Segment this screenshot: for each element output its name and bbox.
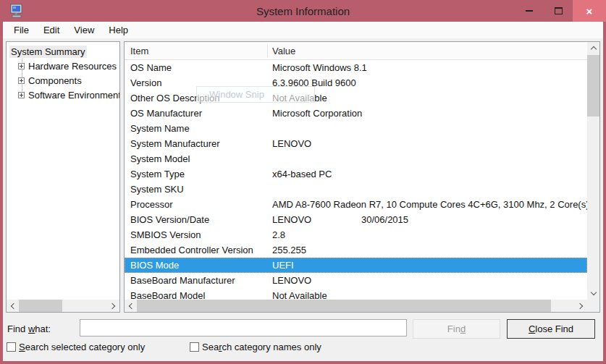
row-value-cell: 255.255 [272,242,587,258]
sidebar-item-label: Hardware Resources [28,61,117,72]
row-value-cell: UEFI [272,258,587,273]
system-information-window: System Information × File Edit View Help… [0,0,606,364]
table-header: Item Value [125,42,587,60]
find-what-label: Find what: [7,323,51,334]
checkbox-icon[interactable] [7,342,16,352]
row-value-cell: Microsoft Corporation [272,106,587,121]
scroll-down-button[interactable] [587,287,599,300]
row-value-cell: Not Available [272,90,587,106]
table-row[interactable]: System ManufacturerLENOVO [125,136,587,151]
row-value-cell: 6.3.9600 Build 9600 [272,75,587,90]
chevron-left-icon [11,302,17,308]
table-row[interactable]: SMBIOS Version2.8 [125,227,587,242]
table-row[interactable]: Version6.3.9600 Build 9600 [125,75,587,90]
tree-horizontal-scrollbar[interactable] [7,300,119,312]
menu-edit[interactable]: Edit [36,23,67,37]
title-bar[interactable]: System Information × [0,0,606,22]
row-item-cell: Embedded Controller Version [125,242,267,258]
expand-plus-icon[interactable] [18,77,25,84]
sidebar-item-label: Software Environment [28,90,119,101]
find-bar: Find what: Find Close Find Search select… [3,316,603,361]
row-item-cell: Other OS Description [125,90,267,106]
row-item-cell: System Type [125,166,267,182]
row-value-cell: LENOVO [272,273,587,288]
tree: System SummaryHardware ResourcesComponen… [7,42,119,300]
find-input[interactable] [80,319,407,337]
chevron-left-icon [129,302,135,308]
search-options-row: Search selected category only Search cat… [7,342,603,355]
table-row[interactable]: BIOS ModeUEFI [125,258,587,273]
sidebar-item[interactable]: Software Environment [7,88,119,102]
row-item-cell: Version [125,75,267,90]
sidebar-item[interactable]: System Summary [7,44,119,59]
table-vertical-scrollbar[interactable] [587,42,599,300]
window-border-right [603,22,606,364]
find-button[interactable]: Find [413,319,500,339]
search-category-names-checkbox[interactable]: Search category names only [190,342,321,352]
scroll-left-button[interactable] [125,300,137,312]
chevron-up-icon [590,46,596,52]
checkbox-icon[interactable] [190,342,199,352]
table-row[interactable]: BaseBoard ManufacturerLENOVO [125,273,587,288]
checkbox-label[interactable]: Search selected category only [19,342,145,352]
window-border-left [0,22,3,364]
scrollbar-thumb[interactable] [19,300,62,312]
minimize-button[interactable] [515,0,544,22]
menu-view[interactable]: View [67,23,101,37]
column-header-value[interactable]: Value [272,42,295,60]
row-item-cell: BIOS Version/Date [125,212,267,227]
scroll-right-button[interactable] [107,300,119,312]
menu-file[interactable]: File [7,23,36,37]
expand-plus-icon[interactable] [18,63,25,69]
expand-plus-icon[interactable] [18,92,25,98]
menu-bar: File Edit View Help [3,22,603,38]
minimize-icon [526,10,533,12]
table-row[interactable]: OS NameMicrosoft Windows 8.1 [125,60,587,75]
scroll-up-button[interactable] [587,42,599,54]
table-row[interactable]: Embedded Controller Version255.255 [125,242,587,258]
close-find-button[interactable]: Close Find [507,319,595,339]
scroll-left-button[interactable] [7,300,19,312]
chevron-right-icon [109,302,115,308]
maximize-button[interactable] [544,0,573,22]
column-divider[interactable] [267,44,268,57]
row-item-cell: SMBIOS Version [125,227,267,242]
table-horizontal-scrollbar[interactable] [125,300,587,312]
scrollbar-thumb[interactable] [587,55,599,117]
row-value-cell: Not Available [272,288,587,300]
row-value-cell: LENOVO30/06/2015 [272,212,587,227]
row-item-cell: BaseBoard Manufacturer [125,273,267,288]
table-row[interactable]: System Model [125,151,587,166]
table-row[interactable]: System Typex64-based PC [125,166,587,182]
close-button[interactable]: × [573,0,606,22]
chevron-down-icon [590,289,596,295]
maximize-icon [555,7,563,14]
sidebar-item-label: Components [28,75,82,86]
row-value-cell: LENOVO [272,136,587,151]
table-row[interactable]: System Name [125,121,587,136]
table-row[interactable]: BaseBoard ModelNot Available [125,288,587,300]
table-body: OS NameMicrosoft Windows 8.1Version6.3.9… [125,60,587,300]
table-row[interactable]: System SKU [125,182,587,197]
category-tree-pane: System SummaryHardware ResourcesComponen… [6,41,120,313]
sidebar-item[interactable]: Components [7,73,119,88]
scrollbar-thumb[interactable] [137,300,551,312]
checkbox-label[interactable]: Search category names only [202,342,321,352]
chevron-right-icon [577,302,583,308]
table-row[interactable]: BIOS Version/DateLENOVO30/06/2015 [125,212,587,227]
close-icon: × [586,5,593,17]
menu-help[interactable]: Help [101,23,135,37]
sidebar-item-label: System Summary [9,46,87,58]
search-selected-category-checkbox[interactable]: Search selected category only [7,342,145,352]
table-row[interactable]: OS ManufacturerMicrosoft Corporation [125,106,587,121]
row-item-cell: System Model [125,151,267,166]
table-row[interactable]: ProcessorAMD A8-7600 Radeon R7, 10 Compu… [125,197,587,212]
sidebar-item[interactable]: Hardware Resources [7,59,119,73]
table-row[interactable]: Other OS DescriptionNot Available [125,90,587,106]
row-item-cell: BIOS Mode [125,258,267,273]
row-value-cell: AMD A8-7600 Radeon R7, 10 Compute Cores … [272,197,587,212]
scrollbar-corner [587,300,599,312]
column-header-item[interactable]: Item [130,42,148,60]
row-item-cell: OS Name [125,60,267,75]
scroll-right-button[interactable] [575,300,587,312]
